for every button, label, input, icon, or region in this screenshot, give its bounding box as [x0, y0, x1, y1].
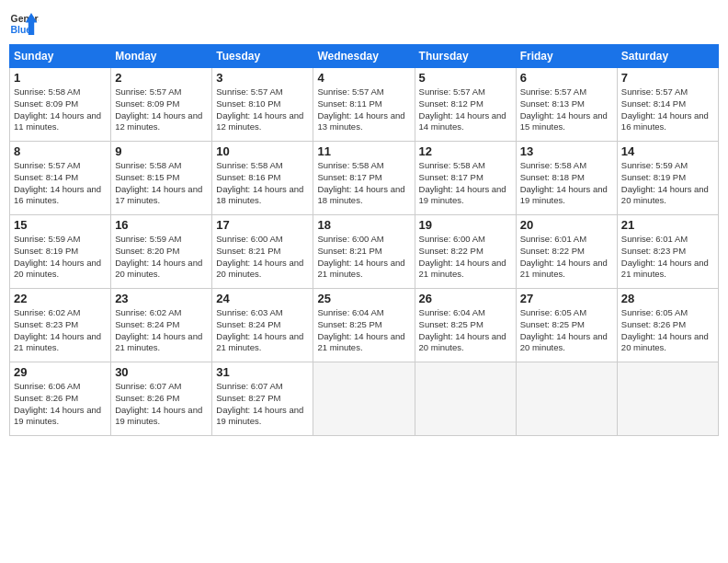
day-number: 25 [317, 292, 410, 305]
day-info: Sunrise: 6:03 AM Sunset: 8:24 PM Dayligh… [216, 307, 309, 354]
day-number: 12 [419, 144, 512, 158]
day-number: 5 [419, 71, 512, 85]
logo-icon: General Blue [9, 9, 39, 39]
calendar-cell: 13Sunrise: 5:58 AM Sunset: 8:18 PM Dayli… [516, 142, 617, 215]
day-info: Sunrise: 6:04 AM Sunset: 8:25 PM Dayligh… [317, 307, 410, 354]
day-number: 30 [115, 365, 208, 379]
calendar-week-1: 1Sunrise: 5:58 AM Sunset: 8:09 PM Daylig… [10, 68, 719, 142]
day-number: 17 [216, 218, 309, 232]
day-number: 31 [216, 365, 309, 379]
logo: General Blue [9, 9, 39, 39]
calendar-cell: 19Sunrise: 6:00 AM Sunset: 8:22 PM Dayli… [415, 215, 516, 289]
day-number: 22 [14, 292, 107, 305]
day-info: Sunrise: 6:07 AM Sunset: 8:26 PM Dayligh… [115, 381, 208, 428]
day-number: 16 [115, 218, 208, 232]
calendar-cell: 26Sunrise: 6:04 AM Sunset: 8:25 PM Dayli… [415, 289, 516, 362]
day-info: Sunrise: 5:57 AM Sunset: 8:12 PM Dayligh… [419, 86, 512, 133]
calendar-week-2: 8Sunrise: 5:57 AM Sunset: 8:14 PM Daylig… [10, 142, 719, 215]
calendar-cell: 1Sunrise: 5:58 AM Sunset: 8:09 PM Daylig… [10, 68, 111, 142]
calendar-cell: 2Sunrise: 5:57 AM Sunset: 8:09 PM Daylig… [111, 68, 212, 142]
day-info: Sunrise: 6:02 AM Sunset: 8:23 PM Dayligh… [14, 307, 107, 354]
day-info: Sunrise: 5:58 AM Sunset: 8:17 PM Dayligh… [317, 160, 410, 207]
day-info: Sunrise: 6:06 AM Sunset: 8:26 PM Dayligh… [14, 381, 107, 428]
calendar-cell: 23Sunrise: 6:02 AM Sunset: 8:24 PM Dayli… [111, 289, 212, 362]
header: General Blue [9, 9, 719, 39]
day-number: 8 [14, 144, 107, 158]
calendar-cell: 18Sunrise: 6:00 AM Sunset: 8:21 PM Dayli… [313, 215, 415, 289]
weekday-monday: Monday [111, 45, 212, 68]
day-number: 28 [621, 292, 714, 305]
calendar-cell: 8Sunrise: 5:57 AM Sunset: 8:14 PM Daylig… [10, 142, 111, 215]
calendar-week-5: 29Sunrise: 6:06 AM Sunset: 8:26 PM Dayli… [10, 362, 719, 436]
calendar-cell: 7Sunrise: 5:57 AM Sunset: 8:14 PM Daylig… [617, 68, 718, 142]
day-info: Sunrise: 6:04 AM Sunset: 8:25 PM Dayligh… [419, 307, 512, 354]
day-info: Sunrise: 6:01 AM Sunset: 8:22 PM Dayligh… [520, 234, 613, 281]
day-info: Sunrise: 5:58 AM Sunset: 8:15 PM Dayligh… [115, 160, 208, 207]
day-info: Sunrise: 6:00 AM Sunset: 8:21 PM Dayligh… [216, 234, 309, 281]
day-info: Sunrise: 6:07 AM Sunset: 8:27 PM Dayligh… [216, 381, 309, 428]
calendar-cell: 17Sunrise: 6:00 AM Sunset: 8:21 PM Dayli… [212, 215, 313, 289]
calendar-cell: 15Sunrise: 5:59 AM Sunset: 8:19 PM Dayli… [10, 215, 111, 289]
day-info: Sunrise: 5:57 AM Sunset: 8:09 PM Dayligh… [115, 86, 208, 133]
day-info: Sunrise: 5:58 AM Sunset: 8:17 PM Dayligh… [419, 160, 512, 207]
calendar-cell [313, 362, 415, 436]
calendar-cell: 25Sunrise: 6:04 AM Sunset: 8:25 PM Dayli… [313, 289, 415, 362]
day-info: Sunrise: 5:57 AM Sunset: 8:10 PM Dayligh… [216, 86, 309, 133]
calendar-cell: 10Sunrise: 5:58 AM Sunset: 8:16 PM Dayli… [212, 142, 313, 215]
day-info: Sunrise: 5:57 AM Sunset: 8:14 PM Dayligh… [621, 86, 714, 133]
weekday-friday: Friday [516, 45, 617, 68]
day-info: Sunrise: 6:05 AM Sunset: 8:25 PM Dayligh… [520, 307, 613, 354]
day-number: 9 [115, 144, 208, 158]
calendar-cell: 31Sunrise: 6:07 AM Sunset: 8:27 PM Dayli… [212, 362, 313, 436]
calendar-cell: 22Sunrise: 6:02 AM Sunset: 8:23 PM Dayli… [10, 289, 111, 362]
calendar-cell: 28Sunrise: 6:05 AM Sunset: 8:26 PM Dayli… [617, 289, 718, 362]
weekday-tuesday: Tuesday [212, 45, 313, 68]
day-info: Sunrise: 5:57 AM Sunset: 8:13 PM Dayligh… [520, 86, 613, 133]
calendar-cell [617, 362, 718, 436]
calendar-cell: 11Sunrise: 5:58 AM Sunset: 8:17 PM Dayli… [313, 142, 415, 215]
day-info: Sunrise: 6:00 AM Sunset: 8:22 PM Dayligh… [419, 234, 512, 281]
weekday-sunday: Sunday [10, 45, 111, 68]
calendar-cell: 5Sunrise: 5:57 AM Sunset: 8:12 PM Daylig… [415, 68, 516, 142]
calendar-cell: 4Sunrise: 5:57 AM Sunset: 8:11 PM Daylig… [313, 68, 415, 142]
day-info: Sunrise: 5:58 AM Sunset: 8:18 PM Dayligh… [520, 160, 613, 207]
calendar-cell: 20Sunrise: 6:01 AM Sunset: 8:22 PM Dayli… [516, 215, 617, 289]
day-info: Sunrise: 6:05 AM Sunset: 8:26 PM Dayligh… [621, 307, 714, 354]
day-number: 10 [216, 144, 309, 158]
day-info: Sunrise: 5:58 AM Sunset: 8:09 PM Dayligh… [14, 86, 107, 133]
weekday-header-row: SundayMondayTuesdayWednesdayThursdayFrid… [10, 45, 719, 68]
calendar-cell: 24Sunrise: 6:03 AM Sunset: 8:24 PM Dayli… [212, 289, 313, 362]
calendar-cell: 14Sunrise: 5:59 AM Sunset: 8:19 PM Dayli… [617, 142, 718, 215]
day-number: 3 [216, 71, 309, 85]
day-info: Sunrise: 5:59 AM Sunset: 8:19 PM Dayligh… [14, 234, 107, 281]
day-number: 7 [621, 71, 714, 85]
day-info: Sunrise: 6:02 AM Sunset: 8:24 PM Dayligh… [115, 307, 208, 354]
weekday-wednesday: Wednesday [313, 45, 415, 68]
calendar-cell: 9Sunrise: 5:58 AM Sunset: 8:15 PM Daylig… [111, 142, 212, 215]
day-number: 15 [14, 218, 107, 232]
day-number: 19 [419, 218, 512, 232]
day-info: Sunrise: 5:59 AM Sunset: 8:19 PM Dayligh… [621, 160, 714, 207]
calendar-cell [415, 362, 516, 436]
day-number: 20 [520, 218, 613, 232]
calendar-cell: 3Sunrise: 5:57 AM Sunset: 8:10 PM Daylig… [212, 68, 313, 142]
day-number: 24 [216, 292, 309, 305]
day-number: 29 [14, 365, 107, 379]
day-info: Sunrise: 5:57 AM Sunset: 8:11 PM Dayligh… [317, 86, 410, 133]
day-info: Sunrise: 6:01 AM Sunset: 8:23 PM Dayligh… [621, 234, 714, 281]
day-info: Sunrise: 5:58 AM Sunset: 8:16 PM Dayligh… [216, 160, 309, 207]
calendar-week-3: 15Sunrise: 5:59 AM Sunset: 8:19 PM Dayli… [10, 215, 719, 289]
day-number: 4 [317, 71, 410, 85]
calendar-cell: 30Sunrise: 6:07 AM Sunset: 8:26 PM Dayli… [111, 362, 212, 436]
weekday-thursday: Thursday [415, 45, 516, 68]
calendar-week-4: 22Sunrise: 6:02 AM Sunset: 8:23 PM Dayli… [10, 289, 719, 362]
day-number: 27 [520, 292, 613, 305]
calendar-cell: 21Sunrise: 6:01 AM Sunset: 8:23 PM Dayli… [617, 215, 718, 289]
day-info: Sunrise: 5:59 AM Sunset: 8:20 PM Dayligh… [115, 234, 208, 281]
day-number: 6 [520, 71, 613, 85]
day-info: Sunrise: 6:00 AM Sunset: 8:21 PM Dayligh… [317, 234, 410, 281]
day-number: 2 [115, 71, 208, 85]
day-number: 23 [115, 292, 208, 305]
calendar-table: SundayMondayTuesdayWednesdayThursdayFrid… [9, 44, 719, 436]
calendar-cell: 27Sunrise: 6:05 AM Sunset: 8:25 PM Dayli… [516, 289, 617, 362]
